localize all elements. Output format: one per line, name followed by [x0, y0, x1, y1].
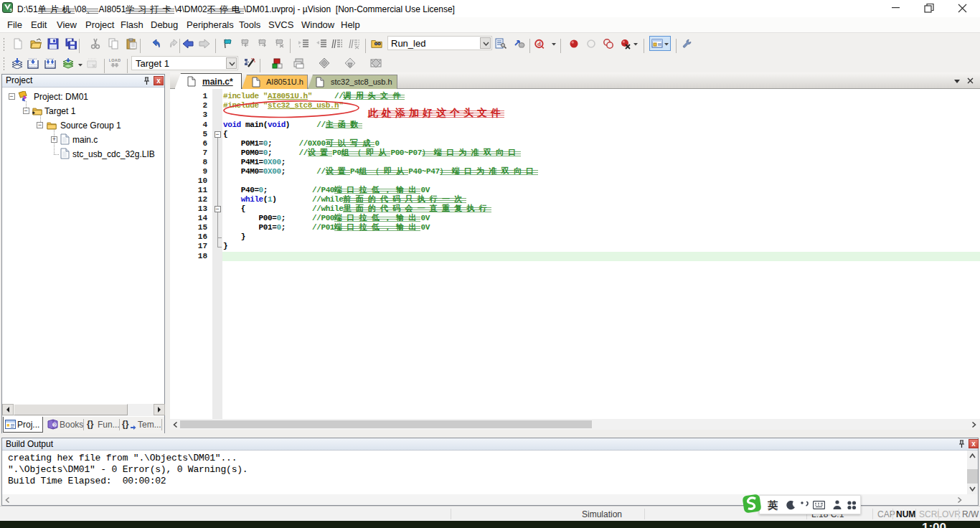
svg-text:?: ?	[53, 423, 56, 428]
svg-text:LOAD: LOAD	[109, 58, 121, 62]
svg-text:d: d	[537, 40, 541, 47]
